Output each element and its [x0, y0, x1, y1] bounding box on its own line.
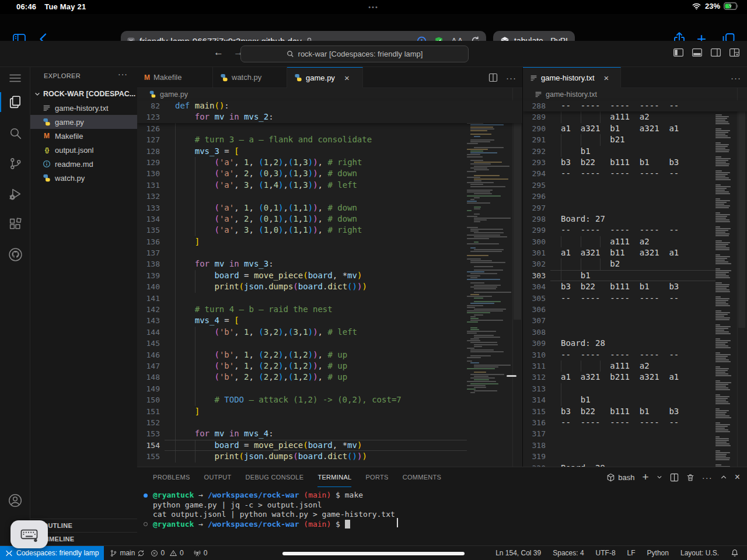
hist-line-297[interactable]: 297	[523, 202, 715, 214]
code-line-151[interactable]: 151 ]	[137, 406, 467, 417]
code-line-137[interactable]: 137	[137, 247, 467, 258]
code-line-132[interactable]: 132	[137, 191, 467, 202]
hist-line-317[interactable]: 317	[523, 428, 715, 439]
hist-line-294[interactable]: 294-- ---- ---- ---- --	[523, 168, 715, 179]
branch-item[interactable]: main	[110, 549, 145, 557]
panel-tab-problems[interactable]: PROBLEMS	[153, 467, 190, 487]
hist-line-307[interactable]: 307	[523, 315, 715, 326]
command-decoration-icon[interactable]	[144, 494, 148, 498]
hist-line-295[interactable]: 295	[523, 180, 715, 191]
hist-line-316[interactable]: 316-- ---- ---- ---- --	[523, 417, 715, 428]
customize-layout-icon[interactable]	[729, 47, 740, 58]
panel-more-icon[interactable]: ···	[702, 473, 713, 482]
terminal[interactable]: @ryantuck → /workspaces/rock-war (main) …	[137, 491, 747, 529]
code-line-126[interactable]: 126	[137, 123, 467, 134]
tab-watch.py[interactable]: watch.py	[213, 67, 287, 88]
notifications-bell-icon[interactable]	[731, 549, 739, 557]
panel-tab-comments[interactable]: COMMENTS	[403, 467, 442, 487]
code-line-148[interactable]: 148 ('b', 2, (2,2),(1,2)), # up	[137, 372, 467, 383]
status-ln[interactable]: Ln 154, Col 39	[495, 549, 541, 557]
code-line-140[interactable]: 140 print(json.dumps(board.dict()))	[137, 281, 467, 292]
code-line-123[interactable]: 123 for mv in mvs_2:	[137, 111, 522, 123]
panel-tab-debug-console[interactable]: DEBUG CONSOLE	[246, 467, 304, 487]
activity-menu-icon[interactable]	[0, 68, 30, 88]
sash-handle[interactable]	[507, 375, 516, 377]
activity-search-icon[interactable]	[0, 123, 30, 143]
code-line-133[interactable]: 133 ('a', 1, (0,1),(1,1)), # down	[137, 202, 467, 214]
new-terminal-icon[interactable]: +	[643, 471, 649, 484]
hist-line-308[interactable]: 308	[523, 327, 715, 338]
code-line-128[interactable]: 128 mvs_3 = [	[137, 146, 467, 157]
file-item-game-history.txt[interactable]: game-history.txt	[30, 101, 137, 115]
scrollbar[interactable]	[514, 100, 521, 320]
hist-line-309[interactable]: 309Board: 28	[523, 338, 715, 349]
code-line-129[interactable]: 129 ('a', 1, (1,2),(1,3)), # right	[137, 157, 467, 168]
status-lf[interactable]: LF	[627, 549, 636, 557]
file-item-output.jsonl[interactable]: {}output.jsonl	[30, 143, 137, 157]
panel-tab-ports[interactable]: PORTS	[365, 467, 388, 487]
launch-profile-chevron-icon[interactable]	[657, 474, 662, 480]
code-line-141[interactable]: 141	[137, 293, 467, 304]
hist-line-291[interactable]: 291 b21	[523, 134, 715, 145]
code-line-138[interactable]: 138 for mv in mvs_3:	[137, 258, 467, 270]
hist-line-310[interactable]: 310-- ---- ---- ---- --	[523, 349, 715, 360]
tab-Makefile[interactable]: MMakefile	[137, 67, 213, 88]
close-tab-icon[interactable]: ×	[604, 73, 609, 83]
editor1-more-icon[interactable]: ···	[506, 73, 516, 83]
code-line-136[interactable]: 136 ]	[137, 236, 467, 247]
code-line-154[interactable]: 154 board = move_piece(board, *mv)	[137, 440, 467, 451]
hist-line-313[interactable]: 313	[523, 383, 715, 394]
activity-source-control-icon[interactable]	[0, 153, 30, 173]
history-area[interactable]: 289 a111 a2290a1 a321 b1 a321 a1291 b212…	[523, 111, 715, 467]
hist-line-299[interactable]: 299-- ---- ---- ---- --	[523, 225, 715, 236]
tree-root-rock-war[interactable]: ROCK-WAR [CODESPAC...	[30, 87, 137, 101]
hist-line-301[interactable]: 301a1 a321 b11 a321 a1	[523, 247, 715, 258]
panel-tab-output[interactable]: OUTPUT	[204, 467, 232, 487]
hist-line-318[interactable]: 318	[523, 440, 715, 451]
code-line-150[interactable]: 150 # TODO — attack (1,2) -> (0,2), cost…	[137, 394, 467, 405]
toggle-panel-icon[interactable]	[692, 47, 703, 58]
file-item-game.py[interactable]: game.py	[30, 115, 137, 129]
status-python[interactable]: Python	[647, 549, 669, 557]
history-back-icon[interactable]: ←	[214, 47, 224, 58]
breadcrumb[interactable]: game.py	[137, 88, 522, 100]
code-line-146[interactable]: 146 ('b', 1, (2,2),(1,2)), # up	[137, 349, 467, 360]
remote-indicator[interactable]: Codespaces: friendly lamp	[0, 546, 104, 560]
code-line-131[interactable]: 131 ('a', 3, (1,4),(1,3)), # left	[137, 180, 467, 191]
hist-line-314[interactable]: 314 b1	[523, 394, 715, 405]
tab-game.py[interactable]: game.py×	[287, 67, 363, 88]
editor2-more-icon[interactable]: ···	[731, 73, 741, 83]
activity-run-debug-icon[interactable]	[0, 184, 30, 204]
code-line-145[interactable]: 145	[137, 338, 467, 349]
ports-item[interactable]: 0	[193, 549, 208, 557]
multitask-dots-icon[interactable]: •••	[0, 4, 747, 10]
split-terminal-icon[interactable]	[670, 473, 679, 482]
toggle-sidebar-icon[interactable]	[673, 47, 684, 58]
code-line-82[interactable]: 82def main():	[137, 100, 522, 111]
hist-line-320[interactable]: 320Board: 29	[523, 463, 715, 467]
minimap[interactable]	[467, 100, 512, 450]
hist-line-290[interactable]: 290a1 a321 b1 a321 a1	[523, 123, 715, 134]
code-line-135[interactable]: 135 ('a', 3, (1,0),(1,1)), # right	[137, 225, 467, 236]
code-line-143[interactable]: 143 mvs_4 = [	[137, 315, 467, 326]
command-decoration-empty-icon[interactable]	[144, 522, 148, 526]
code-line-134[interactable]: 134 ('a', 2, (0,1),(1,1)), # down	[137, 214, 467, 225]
file-item-watch.py[interactable]: watch.py	[30, 171, 137, 185]
maximize-panel-icon[interactable]	[720, 474, 727, 481]
split-editor-icon[interactable]	[488, 73, 498, 82]
hist-line-296[interactable]: 296	[523, 191, 715, 202]
hist-line-293[interactable]: 293b3 b22 b111 b1 b3	[523, 157, 715, 168]
sticky-scroll[interactable]: 82def main():123 for mv in mvs_2:	[137, 100, 522, 123]
code-line-139[interactable]: 139 board = move_piece(board, *mv)	[137, 270, 467, 281]
hist-line-288-sticky[interactable]: 288-- ---- ---- ---- --	[523, 100, 747, 111]
command-center[interactable]: rock-war [Codespaces: friendly lamp]	[240, 46, 469, 62]
code-line-153[interactable]: 153 for mv in mvs_4:	[137, 428, 467, 439]
activity-github-icon[interactable]	[0, 244, 30, 264]
minimap2[interactable]	[715, 100, 735, 462]
activity-account-icon[interactable]	[0, 491, 30, 510]
scrollbar2[interactable]	[738, 100, 745, 328]
code-line-147[interactable]: 147 ('b', 1, (2,2),(1,2)), # up	[137, 360, 467, 372]
explorer-more-icon[interactable]: ···	[118, 69, 128, 79]
close-tab-icon[interactable]: ×	[344, 73, 350, 83]
activity-extensions-icon[interactable]	[0, 214, 30, 234]
